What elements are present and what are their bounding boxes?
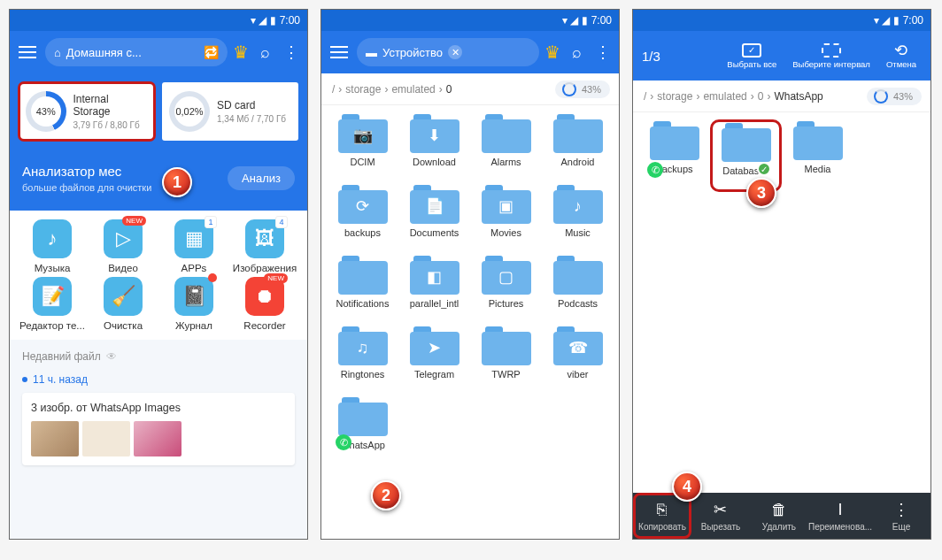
repeat-icon: 🔁 — [204, 45, 219, 59]
callout-1: 1 — [162, 167, 192, 197]
eye-icon: 👁 — [106, 350, 117, 363]
phone-panel-1: ▾ ◢ ▮7:00 ⌂ Домашняя с... 🔁 ♛ ⌕ ⋮ 43% In… — [9, 9, 308, 540]
cancel-button[interactable]: ⟲Отмена — [881, 42, 922, 71]
crown-icon[interactable]: ♛ — [544, 42, 560, 63]
more-button[interactable]: ⋮Еще — [872, 493, 930, 539]
folder-item[interactable]: TWRP — [472, 326, 540, 392]
phone-panel-3: ▾ ◢ ▮7:00 1/3 ✓Выбрать все Выберите инте… — [632, 9, 931, 540]
folder-item[interactable]: Notifications — [328, 256, 397, 321]
more-icon[interactable]: ⋮ — [281, 42, 302, 62]
status-bar: ▾ ◢ ▮7:00 — [633, 10, 930, 31]
app-toolbar: ▬ Устройство ✕ ♛ ⌕ ⋮ — [321, 31, 619, 73]
folder-item[interactable]: ⬇Download — [400, 114, 468, 180]
app-tile[interactable]: ♪Музыка — [19, 219, 86, 273]
storage-analyzer-banner: Анализатор мес больше файлов для очистки… — [10, 150, 307, 211]
sd-card-card[interactable]: 0,02% SD card 1,34 Мб / 7,70 Гб — [162, 82, 298, 141]
app-tile[interactable]: ▷NEWВидео — [89, 219, 157, 273]
folder-item[interactable]: ◧parallel_intl — [400, 256, 468, 321]
internal-storage-card[interactable]: 43% Internal Storage 3,79 Гб / 8,80 Гб — [19, 82, 155, 141]
app-tile[interactable]: 🧹Очистка — [89, 277, 157, 331]
breadcrumb[interactable]: /› storage› emulated› 0 43% — [321, 73, 619, 105]
folder-item[interactable]: ✆WhatsApp — [328, 397, 397, 463]
folder-item[interactable]: 📄Documents — [400, 185, 468, 250]
device-icon: ▬ — [366, 46, 377, 59]
folder-item[interactable]: ▢Pictures — [472, 256, 540, 321]
folder-item[interactable]: ▣Movies — [472, 185, 540, 250]
breadcrumb[interactable]: /› storage› emulated› 0› WhatsApp 43% — [633, 81, 930, 112]
callout-3: 3 — [746, 178, 776, 208]
folder-item[interactable]: ♫Ringtones — [328, 326, 397, 392]
status-bar: ▾ ◢ ▮7:00 — [321, 10, 619, 31]
folder-item[interactable]: Android — [544, 114, 612, 180]
select-range-button[interactable]: Выберите интервал — [787, 42, 876, 71]
recent-files-header: Недавний файл👁 — [10, 340, 307, 373]
app-tile[interactable]: 📝Редактор те... — [19, 277, 86, 331]
disk-usage-pill[interactable]: 43% — [555, 81, 610, 98]
cut-button[interactable]: ✂Вырезать — [691, 493, 750, 539]
callout-4: 4 — [672, 472, 702, 502]
menu-icon[interactable] — [327, 40, 351, 65]
selection-count: 1/3 — [642, 49, 660, 64]
time-ago-label: 11 ч. назад — [10, 373, 307, 393]
analyze-button[interactable]: Анализ — [228, 166, 295, 190]
select-all-button[interactable]: ✓Выбрать все — [722, 42, 782, 71]
app-tile[interactable]: ⏺NEWRecorder — [231, 277, 298, 331]
folder-item[interactable]: Alarms — [472, 114, 540, 180]
status-bar: ▾ ◢ ▮7:00 — [10, 10, 307, 31]
app-tile[interactable]: 🖼4Изображения — [231, 219, 298, 273]
folder-item[interactable]: ⟳backups — [328, 185, 397, 250]
home-icon: ⌂ — [54, 46, 61, 59]
disk-usage-pill[interactable]: 43% — [867, 88, 922, 105]
recent-file-card[interactable]: 3 изобр. от WhatsApp Images — [22, 393, 295, 465]
rename-button[interactable]: IПереименова... — [808, 493, 872, 539]
more-icon[interactable]: ⋮ — [592, 42, 614, 62]
folder-item[interactable]: 📷DCIM — [328, 114, 397, 180]
search-icon[interactable]: ⌕ — [566, 43, 587, 62]
bottom-action-bar: ⎘Копировать ✂Вырезать 🗑Удалить IПереимен… — [633, 493, 930, 539]
app-tile[interactable]: 📓Журнал — [160, 277, 228, 331]
folder-item[interactable]: Podcasts — [544, 256, 612, 321]
selection-toolbar: 1/3 ✓Выбрать все Выберите интервал ⟲Отме… — [633, 31, 930, 81]
panel1-content: 43% Internal Storage 3,79 Гб / 8,80 Гб 0… — [10, 73, 307, 539]
folder-item[interactable]: ✆Backups — [640, 121, 708, 190]
folder-item[interactable]: ➤Telegram — [400, 326, 468, 392]
folder-item[interactable]: Media — [784, 121, 852, 190]
menu-icon[interactable] — [15, 40, 40, 65]
callout-2: 2 — [371, 480, 401, 510]
app-tile[interactable]: ▦1APPs — [160, 219, 228, 273]
location-pill[interactable]: ⌂ Домашняя с... 🔁 — [45, 38, 228, 66]
folder-item[interactable]: ☎viber — [544, 326, 612, 392]
phone-panel-2: ▾ ◢ ▮7:00 ▬ Устройство ✕ ♛ ⌕ ⋮ /› storag… — [320, 9, 620, 540]
crown-icon[interactable]: ♛ — [233, 42, 249, 63]
folder-item[interactable]: ♪Music — [544, 185, 612, 250]
delete-button[interactable]: 🗑Удалить — [750, 493, 808, 539]
close-icon[interactable]: ✕ — [448, 45, 462, 59]
app-toolbar: ⌂ Домашняя с... 🔁 ♛ ⌕ ⋮ — [10, 31, 307, 73]
search-icon[interactable]: ⌕ — [254, 43, 275, 62]
location-pill[interactable]: ▬ Устройство ✕ — [357, 38, 539, 66]
